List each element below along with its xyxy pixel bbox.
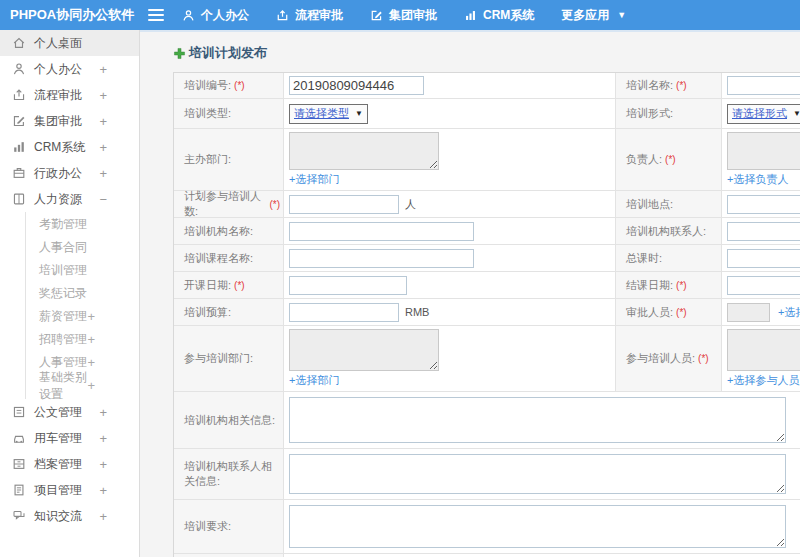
- sidebar-item-workflow-approval[interactable]: 流程审批 +: [0, 82, 139, 108]
- expand-icon[interactable]: +: [99, 166, 107, 181]
- expand-icon[interactable]: +: [99, 405, 107, 420]
- expand-icon[interactable]: +: [99, 457, 107, 472]
- sidebar-sub-salary[interactable]: 薪资管理+: [26, 305, 139, 328]
- training-name-label: 培训名称:(*): [616, 73, 722, 98]
- sidebar-item-hr[interactable]: 人力资源 −: [0, 186, 139, 212]
- select-dept-link[interactable]: +选择部门: [289, 172, 339, 187]
- hr-submenu: 考勤管理 人事合同 培训管理 奖惩记录 薪资管理+ 招聘管理+ 人事管理+ 基础…: [25, 212, 139, 399]
- sidebar-item-archives[interactable]: 档案管理 +: [0, 451, 139, 477]
- chat-icon: [12, 509, 26, 523]
- bar-chart-icon: [12, 140, 26, 154]
- select-join-dept-link[interactable]: +选择部门: [289, 373, 339, 388]
- approver-input[interactable]: [727, 303, 770, 322]
- total-hours-input[interactable]: [727, 249, 800, 268]
- select-leader-link[interactable]: +选择负责人: [727, 172, 788, 187]
- bar-chart-icon: [464, 9, 477, 22]
- budget-input[interactable]: [289, 303, 399, 322]
- hamburger-menu-icon[interactable]: [148, 9, 164, 21]
- sidebar-sub-training[interactable]: 培训管理: [26, 259, 139, 282]
- budget-label: 培训预算:: [174, 299, 284, 325]
- start-date-label: 开课日期:(*): [174, 272, 284, 298]
- user-icon: [12, 62, 26, 76]
- nav-personal-office[interactable]: 个人办公: [182, 7, 249, 24]
- sidebar-item-desktop[interactable]: 个人桌面: [0, 30, 139, 56]
- sidebar-item-documents[interactable]: 公文管理 +: [0, 399, 139, 425]
- select-approver-link[interactable]: +选择审批人员: [778, 305, 800, 320]
- training-no-label: 培训编号:(*): [174, 73, 284, 98]
- sidebar-item-vehicle[interactable]: 用车管理 +: [0, 425, 139, 451]
- training-name-input[interactable]: [727, 76, 800, 95]
- sidebar-sub-attendance[interactable]: 考勤管理: [26, 213, 139, 236]
- sidebar-sub-hr-contract[interactable]: 人事合同: [26, 236, 139, 259]
- sidebar-item-personal-office[interactable]: 个人办公 +: [0, 56, 139, 82]
- org-contact-info-label: 培训机构联系人相关信息:: [174, 449, 284, 499]
- training-no-input[interactable]: [289, 76, 424, 95]
- form-row-join-dept: 参与培训部门: +选择部门 参与培训人员:(*) +选择参与人员: [174, 326, 800, 392]
- sidebar-sub-recruit[interactable]: 招聘管理+: [26, 328, 139, 351]
- join-dept-textarea[interactable]: [289, 329, 439, 371]
- leader-textarea[interactable]: [727, 132, 800, 170]
- org-info-textarea[interactable]: [289, 397, 786, 443]
- nav-group-approval[interactable]: 集团审批: [370, 7, 437, 24]
- expand-icon[interactable]: +: [99, 88, 107, 103]
- approver-label: 审批人员:(*): [616, 299, 722, 325]
- chevron-down-icon: ▼: [617, 10, 626, 20]
- top-nav: 个人办公 流程审批 集团审批 CRM系统 更多应用 ▼: [182, 7, 626, 24]
- sidebar-item-group-approval[interactable]: 集团审批 +: [0, 108, 139, 134]
- form-row-budget: 培训预算: RMB 审批人员:(*) +选择审批人员: [174, 299, 800, 326]
- upload-box-icon: [276, 9, 289, 22]
- expand-icon[interactable]: +: [87, 332, 95, 347]
- training-form-label: 培训形式:: [616, 99, 722, 128]
- org-name-input[interactable]: [289, 222, 474, 241]
- sidebar-sub-base-category[interactable]: 基础类别设置+: [26, 374, 139, 397]
- expand-icon[interactable]: +: [99, 431, 107, 446]
- join-person-label: 参与培训人员:(*): [616, 326, 722, 391]
- collapse-icon[interactable]: −: [99, 192, 107, 207]
- nav-workflow-approval[interactable]: 流程审批: [276, 7, 343, 24]
- nav-more-apps[interactable]: 更多应用 ▼: [561, 7, 626, 24]
- expand-icon[interactable]: +: [99, 114, 107, 129]
- chevron-down-icon: ▼: [793, 109, 800, 118]
- training-form-select[interactable]: 请选择形式▼: [727, 104, 800, 124]
- home-icon: [12, 36, 26, 50]
- form-row-start-date: 开课日期:(*) 结课日期:(*): [174, 272, 800, 299]
- training-type-select[interactable]: 请选择类型▼: [289, 104, 368, 124]
- expand-icon[interactable]: +: [99, 483, 107, 498]
- sidebar-sub-rewards[interactable]: 奖惩记录: [26, 282, 139, 305]
- nav-crm-system[interactable]: CRM系统: [464, 7, 534, 24]
- sidebar-item-admin-office[interactable]: 行政办公 +: [0, 160, 139, 186]
- requirement-textarea[interactable]: [289, 505, 786, 548]
- user-icon: [182, 9, 195, 22]
- form-row-training-no: 培训编号:(*) 培训名称:(*): [174, 73, 800, 99]
- end-date-input[interactable]: [727, 276, 800, 295]
- form-row-course-name: 培训课程名称: 总课时:: [174, 245, 800, 272]
- total-hours-label: 总课时:: [616, 245, 722, 271]
- host-dept-textarea[interactable]: [289, 132, 439, 170]
- org-contact-input[interactable]: [727, 222, 800, 241]
- chevron-down-icon: ▼: [355, 109, 363, 118]
- sidebar-item-knowledge[interactable]: 知识交流 +: [0, 503, 139, 529]
- join-person-textarea[interactable]: [727, 329, 800, 371]
- sidebar-item-projects[interactable]: 项目管理 +: [0, 477, 139, 503]
- select-join-person-link[interactable]: +选择参与人员: [727, 373, 799, 388]
- expand-icon[interactable]: +: [87, 309, 95, 324]
- top-header: PHPOA协同办公软件 个人办公 流程审批 集团审批 CRM系统 更多应用 ▼: [0, 0, 800, 30]
- expand-icon[interactable]: +: [99, 509, 107, 524]
- expand-icon[interactable]: +: [87, 355, 95, 370]
- document-icon: [12, 405, 26, 419]
- location-input[interactable]: [727, 195, 800, 214]
- main-content: 培训计划发布 培训编号:(*) 培训名称:(*) 培训类型: 请选择类型▼ 培训…: [140, 30, 800, 557]
- requirement-label: 培训要求:: [174, 500, 284, 553]
- expand-icon[interactable]: +: [87, 378, 95, 393]
- expand-icon[interactable]: +: [99, 140, 107, 155]
- training-type-label: 培训类型:: [174, 99, 284, 128]
- expand-icon[interactable]: +: [99, 62, 107, 77]
- sidebar-item-crm[interactable]: CRM系统 +: [0, 134, 139, 160]
- planned-count-input[interactable]: [289, 195, 399, 214]
- start-date-input[interactable]: [289, 276, 407, 295]
- org-contact-info-textarea[interactable]: [289, 454, 786, 494]
- briefcase-icon: [12, 166, 26, 180]
- clipboard-icon: [12, 483, 26, 497]
- host-dept-label: 主办部门:: [174, 129, 284, 190]
- course-name-input[interactable]: [289, 249, 474, 268]
